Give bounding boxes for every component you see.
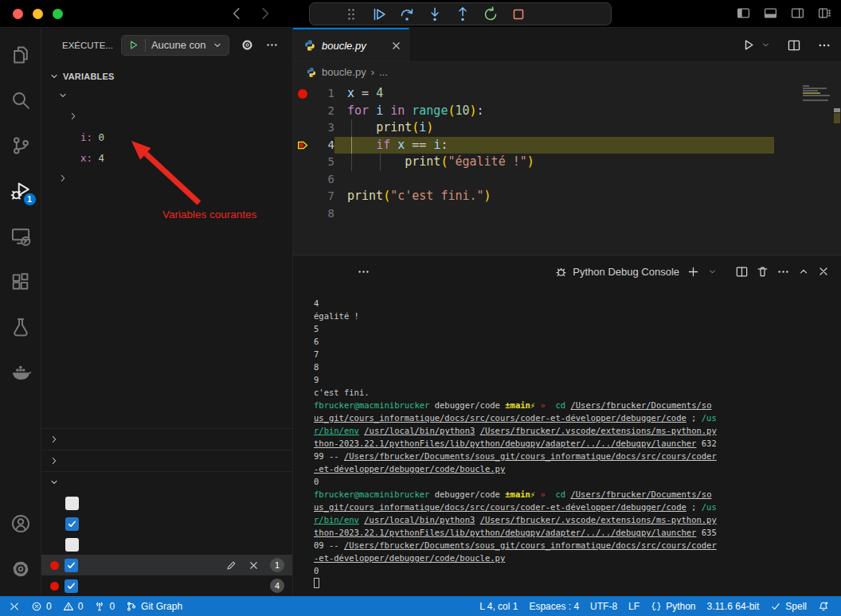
close-tab-icon[interactable]: [390, 40, 402, 52]
code-line[interactable]: 7print("c'est fini."): [293, 188, 841, 205]
status-item-cursor-position[interactable]: L 4, col 1: [474, 596, 523, 616]
breakpoint-checkbox[interactable]: [65, 579, 78, 593]
traffic-light-close[interactable]: [13, 9, 23, 19]
breadcrumb-symbol[interactable]: ...: [379, 66, 388, 78]
activity-item-search[interactable]: [2, 77, 40, 123]
activity-item-testing[interactable]: [2, 304, 40, 349]
new-terminal-button[interactable]: [686, 265, 700, 279]
tab-boucle-py[interactable]: boucle.py: [293, 28, 409, 61]
breakpoint-row[interactable]: [41, 534, 292, 555]
status-item-warnings[interactable]: 0: [57, 596, 89, 616]
status-item-ports[interactable]: 0: [88, 596, 120, 616]
layout-secondary-toggle[interactable]: [791, 6, 804, 20]
editor-more-actions[interactable]: [817, 38, 831, 53]
run-python-file-button[interactable]: [741, 37, 756, 53]
line-number[interactable]: 1: [312, 85, 334, 103]
editor-gutter[interactable]: 6: [293, 171, 334, 189]
code-editor[interactable]: 1x = 42for i in range(10):3 print(i)4 if…: [293, 82, 841, 255]
tree-row-i[interactable]: i: 0: [41, 127, 292, 147]
status-item-encoding[interactable]: UTF-8: [585, 596, 623, 616]
minimap[interactable]: [803, 85, 830, 104]
tree-row-globals[interactable]: [41, 168, 292, 189]
line-number[interactable]: 4: [312, 137, 334, 154]
back-button[interactable]: [228, 5, 245, 22]
step-over-button[interactable]: [399, 6, 415, 22]
status-item-notifications[interactable]: [812, 596, 835, 616]
debug-settings-gear[interactable]: [241, 38, 254, 52]
code-line[interactable]: 6: [293, 171, 841, 189]
stop-button[interactable]: [510, 6, 526, 22]
line-number[interactable]: 5: [312, 154, 334, 171]
activity-item-docker[interactable]: [2, 349, 40, 395]
start-debug-icon[interactable]: [127, 39, 139, 51]
step-into-button[interactable]: [427, 6, 443, 22]
status-item-indentation[interactable]: Espaces : 4: [523, 596, 585, 616]
line-number[interactable]: 2: [312, 103, 334, 120]
breakpoint-checkbox[interactable]: [65, 497, 79, 510]
layout-sidebar-toggle[interactable]: [737, 6, 750, 20]
breakpoint-row[interactable]: 4: [41, 575, 292, 596]
drag-grip-button[interactable]: [343, 6, 359, 22]
editor-gutter[interactable]: 1: [293, 85, 334, 103]
status-item-python-version[interactable]: 3.11.6 64-bit: [701, 596, 765, 616]
breakpoint-row[interactable]: [41, 513, 292, 534]
section-header-breakpoints[interactable]: [41, 471, 292, 493]
status-item-git-graph[interactable]: Git Graph: [120, 596, 188, 616]
code-line[interactable]: 3 print(i): [293, 119, 841, 137]
split-terminal-button[interactable]: [735, 265, 749, 279]
line-number[interactable]: 8: [312, 205, 334, 223]
kill-terminal-button[interactable]: [756, 265, 769, 279]
code-line[interactable]: 1x = 4: [293, 85, 841, 103]
run-options-chevron[interactable]: [761, 40, 771, 50]
breadcrumb-file[interactable]: boucle.py: [322, 66, 366, 78]
close-panel-button[interactable]: [817, 265, 830, 278]
code-line[interactable]: 8: [293, 205, 841, 223]
line-number[interactable]: 7: [312, 188, 334, 205]
remove-breakpoint-icon[interactable]: [248, 559, 260, 571]
editor-gutter[interactable]: 7: [293, 188, 334, 205]
breakpoint-row[interactable]: 1: [41, 555, 292, 575]
maximize-panel-button[interactable]: [797, 265, 810, 278]
status-item-remote[interactable]: [3, 596, 25, 616]
activity-item-accounts[interactable]: [2, 501, 40, 546]
panel-more-tabs[interactable]: [357, 265, 370, 279]
code-line[interactable]: 4 if x == i:: [293, 137, 841, 154]
status-item-eol[interactable]: LF: [623, 596, 645, 616]
line-number[interactable]: 3: [312, 119, 334, 137]
breakpoint-checkbox[interactable]: [65, 517, 79, 531]
tree-row-locals[interactable]: [41, 85, 292, 106]
activity-item-extensions[interactable]: [2, 259, 40, 304]
activity-item-explorer[interactable]: [2, 32, 40, 77]
variables-section-header[interactable]: VARIABLES: [41, 68, 292, 85]
activity-item-remote-explorer[interactable]: [2, 213, 40, 259]
editor-gutter[interactable]: 2: [293, 103, 334, 120]
split-editor-button[interactable]: [787, 38, 801, 53]
tree-row-x[interactable]: x: 4: [41, 147, 292, 168]
editor-gutter[interactable]: 5: [293, 154, 334, 171]
breakpoint-dot-icon[interactable]: [298, 89, 307, 99]
line-number[interactable]: 6: [312, 171, 334, 189]
overview-ruler[interactable]: [833, 82, 841, 255]
layout-panel-toggle[interactable]: [764, 6, 777, 20]
breakpoint-checkbox[interactable]: [65, 538, 79, 552]
tree-row-special-variables[interactable]: [41, 106, 292, 127]
code-line[interactable]: 5 print("égalité !"): [293, 154, 841, 171]
terminal-more-actions[interactable]: [776, 265, 790, 279]
editor-gutter[interactable]: 3: [293, 119, 334, 137]
status-item-spell[interactable]: Spell: [765, 596, 812, 616]
activity-item-source-control[interactable]: [2, 123, 40, 168]
edit-breakpoint-icon[interactable]: [225, 559, 237, 571]
launch-config-dropdown[interactable]: Aucune con: [121, 35, 229, 56]
terminal-output[interactable]: 4égalité !56789c'est fini.fbrucker@macmi…: [293, 287, 841, 596]
restart-button[interactable]: [483, 6, 499, 22]
activity-item-run-and-debug[interactable]: 1: [2, 168, 40, 213]
debug-current-line-icon[interactable]: [296, 138, 310, 152]
terminal-dropdown-chevron[interactable]: [707, 267, 718, 277]
terminal-instance-selector[interactable]: Python Debug Console: [554, 265, 679, 279]
continue-button[interactable]: [371, 6, 387, 22]
status-item-language-mode[interactable]: Python: [645, 596, 701, 616]
section-header-espion[interactable]: [41, 428, 292, 450]
step-out-button[interactable]: [455, 6, 471, 22]
section-header-pile-des-appels[interactable]: [41, 450, 292, 471]
breakpoint-row[interactable]: [41, 493, 292, 513]
